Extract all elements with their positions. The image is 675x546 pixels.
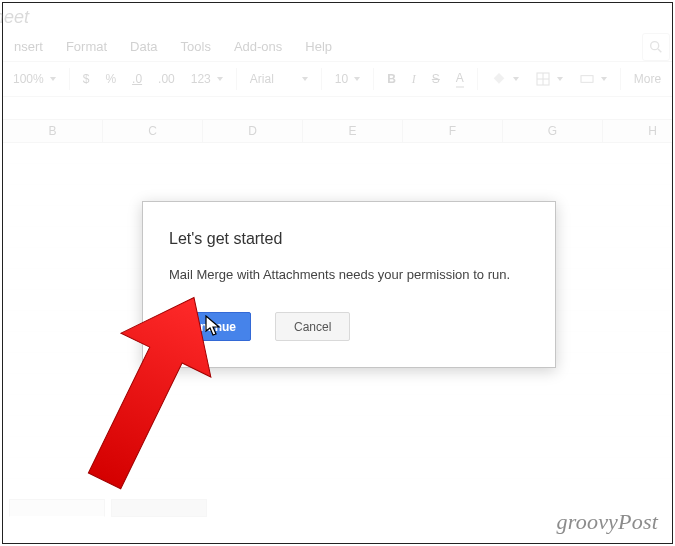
dialog-buttons: Continue Cancel: [169, 312, 529, 341]
dialog-body: Mail Merge with Attachments needs your p…: [169, 266, 529, 284]
cancel-button[interactable]: Cancel: [275, 312, 350, 341]
app-frame: sheet nsert Format Data Tools Add-ons He…: [2, 2, 673, 544]
permission-dialog: Let's get started Mail Merge with Attach…: [142, 201, 556, 368]
continue-button[interactable]: Continue: [169, 312, 251, 341]
dialog-title: Let's get started: [169, 230, 529, 248]
watermark: groovyPost: [557, 509, 658, 535]
modal-overlay: Let's get started Mail Merge with Attach…: [3, 3, 672, 543]
